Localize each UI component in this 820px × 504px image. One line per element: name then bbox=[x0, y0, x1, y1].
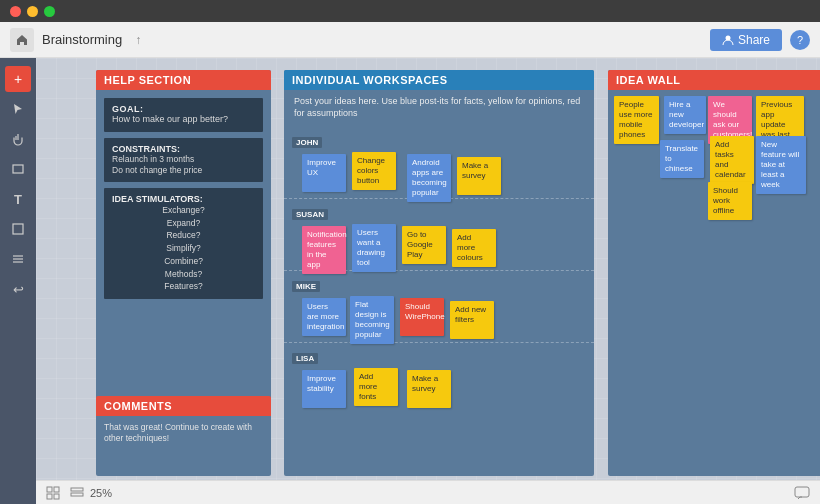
workspace-row: JOHNImprove UXChange colors buttonAndroi… bbox=[284, 127, 594, 199]
workspaces-header: INDIVIDUAL WORKSPACES bbox=[284, 70, 594, 90]
canvas-area[interactable]: HELP SECTION GOAL: How to make our app b… bbox=[36, 58, 820, 504]
idea-wall-sticky[interactable]: Should work offline bbox=[708, 182, 752, 220]
svg-rect-11 bbox=[71, 493, 83, 496]
title-bar bbox=[0, 0, 820, 22]
sticky-note[interactable]: Improve UX bbox=[302, 154, 346, 192]
sticky-note[interactable]: Add more colours bbox=[452, 229, 496, 267]
row-stickies: Notification features in the appUsers wa… bbox=[292, 224, 586, 276]
sticky-note[interactable]: Android apps are becoming popular bbox=[407, 154, 451, 202]
undo-button[interactable]: ↩ bbox=[5, 276, 31, 302]
comments-header: COMMENTS bbox=[96, 396, 271, 416]
idea-wall-sticky[interactable]: Translate to chinese bbox=[660, 140, 704, 178]
sticky-note[interactable]: Make a survey bbox=[407, 370, 451, 408]
row-label: SUSAN bbox=[292, 209, 328, 220]
workspace-row: MIKEUsers are more integrationFlat desig… bbox=[284, 271, 594, 343]
sticky-note[interactable]: Change colors button bbox=[352, 152, 396, 190]
idea-wall-sticky[interactable]: Hire a new developer bbox=[664, 96, 706, 134]
row-label: JOHN bbox=[292, 137, 322, 148]
grid-view-icon[interactable] bbox=[44, 484, 62, 502]
sticky-note[interactable]: Go to Google Play bbox=[402, 226, 446, 264]
workspace-row: SUSANNotification features in the appUse… bbox=[284, 199, 594, 271]
minimize-button[interactable] bbox=[27, 6, 38, 17]
svg-rect-7 bbox=[54, 487, 59, 492]
svg-rect-1 bbox=[13, 165, 23, 173]
upload-icon[interactable]: ↑ bbox=[130, 32, 146, 48]
chat-icon[interactable] bbox=[792, 483, 812, 503]
sticky-tool-button[interactable] bbox=[5, 216, 31, 242]
home-button[interactable] bbox=[10, 28, 34, 52]
rectangle-tool-button[interactable] bbox=[5, 156, 31, 182]
sticky-note[interactable]: Improve stability bbox=[302, 370, 346, 408]
ideawall-stickies: People use more mobile phonesHire a new … bbox=[608, 90, 820, 474]
bottom-bar: 25% bbox=[36, 480, 820, 504]
svg-rect-2 bbox=[13, 224, 23, 234]
page-title: Brainstorming bbox=[42, 32, 122, 47]
sticky-note[interactable]: Make a survey bbox=[457, 157, 501, 195]
idea-wall-sticky[interactable]: People use more mobile phones bbox=[614, 96, 659, 144]
list-view-icon[interactable] bbox=[68, 484, 86, 502]
comments-text: That was great! Continue to create with … bbox=[96, 416, 271, 450]
row-stickies: Users are more integrationFlat design is… bbox=[292, 296, 586, 348]
svg-rect-12 bbox=[795, 487, 809, 497]
list-tool-button[interactable] bbox=[5, 246, 31, 272]
sticky-note[interactable]: Users are more integration bbox=[302, 298, 346, 336]
share-button[interactable]: Share bbox=[710, 29, 782, 51]
close-button[interactable] bbox=[10, 6, 21, 17]
sticky-note[interactable]: Add new filters bbox=[450, 301, 494, 339]
sticky-note[interactable]: Users want a drawing tool bbox=[352, 224, 396, 272]
goal-box: GOAL: How to make our app better? bbox=[104, 98, 263, 132]
left-toolbar: + T ↩ bbox=[0, 58, 36, 504]
idea-wall-sticky[interactable]: Add tasks and calendar bbox=[710, 136, 754, 184]
maximize-button[interactable] bbox=[44, 6, 55, 17]
comments-panel: COMMENTS That was great! Continue to cre… bbox=[96, 396, 271, 476]
svg-rect-6 bbox=[47, 487, 52, 492]
sticky-note[interactable]: Notification features in the app bbox=[302, 226, 346, 274]
workspace-row: LISAImprove stabilityAdd more fontsMake … bbox=[284, 343, 594, 415]
idea-wall-sticky[interactable]: New feature will take at least a week bbox=[756, 136, 806, 194]
help-section-header: HELP SECTION bbox=[96, 70, 271, 90]
row-label: MIKE bbox=[292, 281, 320, 292]
sticky-note[interactable]: Flat design is becoming popular bbox=[350, 296, 394, 344]
hand-tool-button[interactable] bbox=[5, 126, 31, 152]
constraints-box: CONSTRAINTS: Relaunch in 3 months Do not… bbox=[104, 138, 263, 182]
ideawall-header: IDEA WALL bbox=[608, 70, 820, 90]
svg-rect-8 bbox=[47, 494, 52, 499]
menu-bar: Brainstorming ↑ Share ? bbox=[0, 22, 820, 58]
workspace-instruction: Post your ideas here. Use blue post-its … bbox=[284, 90, 594, 127]
add-tool-button[interactable]: + bbox=[5, 66, 31, 92]
sticky-note[interactable]: Should WirePhone bbox=[400, 298, 444, 336]
row-stickies: Improve stabilityAdd more fontsMake a su… bbox=[292, 368, 586, 420]
ideawall-panel: IDEA WALL People use more mobile phonesH… bbox=[608, 70, 820, 476]
text-tool-button[interactable]: T bbox=[5, 186, 31, 212]
svg-rect-9 bbox=[54, 494, 59, 499]
workspaces-panel: INDIVIDUAL WORKSPACES Post your ideas he… bbox=[284, 70, 594, 476]
sticky-note[interactable]: Add more fonts bbox=[354, 368, 398, 406]
help-button[interactable]: ? bbox=[790, 30, 810, 50]
zoom-level: 25% bbox=[90, 487, 112, 499]
view-options bbox=[44, 484, 86, 502]
main-layout: + T ↩ HELP SECTION bbox=[0, 58, 820, 504]
workspace-rows: JOHNImprove UXChange colors buttonAndroi… bbox=[284, 127, 594, 415]
cursor-tool-button[interactable] bbox=[5, 96, 31, 122]
svg-rect-10 bbox=[71, 488, 83, 491]
row-label: LISA bbox=[292, 353, 318, 364]
stimulators-box: IDEA STIMULATORS: Exchange?Expand?Reduce… bbox=[104, 188, 263, 299]
row-stickies: Improve UXChange colors buttonAndroid ap… bbox=[292, 152, 586, 204]
